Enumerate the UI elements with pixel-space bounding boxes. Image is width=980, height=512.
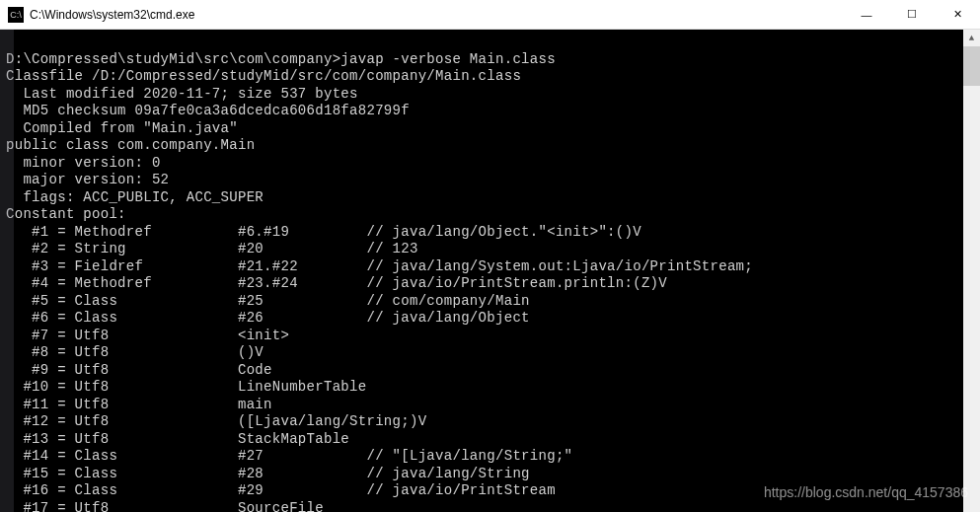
window-title: C:\Windows\system32\cmd.exe <box>30 8 844 22</box>
terminal-area: D:\Compressed\studyMid\src\com\company>j… <box>0 30 980 512</box>
maximize-button[interactable]: ☐ <box>889 0 935 29</box>
scroll-up-arrow[interactable]: ▲ <box>963 30 980 46</box>
scroll-thumb[interactable] <box>963 46 980 86</box>
window-controls: — ☐ ✕ <box>844 0 980 29</box>
window-titlebar: C:\ C:\Windows\system32\cmd.exe — ☐ ✕ <box>0 0 980 30</box>
minimize-button[interactable]: — <box>844 0 889 29</box>
terminal-output[interactable]: D:\Compressed\studyMid\src\com\company>j… <box>0 30 963 512</box>
scrollbar[interactable]: ▲ <box>963 30 980 512</box>
cmd-icon: C:\ <box>8 7 24 23</box>
close-button[interactable]: ✕ <box>935 0 980 29</box>
